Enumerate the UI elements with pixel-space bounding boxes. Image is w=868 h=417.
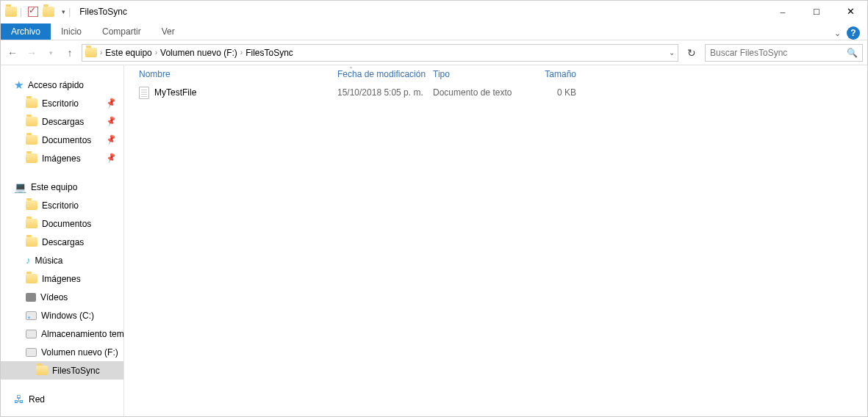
navigation-pane: ★ Acceso rápido Escritorio 📌 Descargas 📌… [1, 65, 124, 416]
column-name[interactable]: Nombre [139, 69, 337, 79]
pc-icon: 💻 [14, 181, 26, 193]
tab-home[interactable]: Inicio [51, 23, 92, 40]
forward-button[interactable]: → [24, 46, 39, 60]
tab-view[interactable]: Ver [151, 23, 185, 40]
breadcrumb-sep-icon[interactable]: › [155, 48, 157, 57]
titlebar-separator: | [68, 7, 71, 17]
sidebar-label: Música [35, 255, 63, 266]
file-date: 15/10/2018 5:05 p. m. [337, 87, 433, 98]
pin-icon: 📌 [104, 152, 118, 164]
sidebar-item-filestosync[interactable]: FilesToSync [1, 361, 123, 380]
qat-newfolder-icon[interactable] [43, 7, 54, 17]
titlebar: | ▾ | FilesToSync – □ ✕ [1, 1, 867, 23]
file-type: Documento de texto [433, 87, 525, 98]
folder-icon [26, 200, 37, 210]
sidebar-item-drive-c[interactable]: Windows (C:) [1, 306, 123, 324]
tab-file[interactable]: Archivo [1, 23, 51, 40]
disk-icon [26, 330, 37, 338]
file-size: 0 KB [525, 87, 576, 98]
ribbon-expand-icon[interactable]: ⌄ [834, 29, 841, 38]
quick-access-toolbar: ▾ [28, 7, 65, 17]
column-headers: Nombre ⌃ Fecha de modificación Tipo Tama… [124, 65, 867, 83]
column-size[interactable]: Tamaño [525, 69, 576, 79]
pin-icon: 📌 [104, 134, 118, 146]
folder-icon [26, 274, 37, 283]
sidebar-label: Imágenes [42, 274, 81, 284]
file-row[interactable]: MyTestFile 15/10/2018 5:05 p. m. Documen… [124, 83, 867, 102]
sidebar-label: Este equipo [31, 182, 77, 192]
breadcrumb[interactable]: FilesToSync [245, 48, 293, 58]
sidebar-label: Documentos [42, 135, 91, 145]
sidebar-item-pictures[interactable]: Imágenes 📌 [1, 149, 123, 167]
sidebar-item-drive-f[interactable]: Volumen nuevo (F:) [1, 343, 123, 361]
folder-icon [26, 135, 37, 145]
sidebar-label: Vídeos [40, 292, 68, 302]
sidebar-item-documents[interactable]: Documentos [1, 214, 123, 233]
sidebar-network[interactable]: 🖧 Red [1, 390, 123, 408]
qat-properties-icon[interactable] [28, 7, 38, 17]
folder-icon [26, 153, 37, 163]
refresh-button[interactable]: ↻ [683, 44, 700, 62]
back-button[interactable]: ← [5, 46, 20, 60]
folder-icon [26, 98, 37, 108]
qat-dropdown-icon[interactable]: ▾ [62, 8, 65, 15]
sidebar-item-music[interactable]: ♪Música [1, 251, 123, 269]
disk-icon [26, 348, 37, 357]
address-folder-icon [85, 48, 97, 57]
sidebar-label: Escritorio [42, 98, 79, 109]
sidebar-label: Acceso rápido [28, 80, 84, 90]
column-type[interactable]: Tipo [433, 69, 525, 79]
address-dropdown-icon[interactable]: ⌄ [669, 48, 675, 57]
file-list-pane: Nombre ⌃ Fecha de modificación Tipo Tama… [124, 65, 867, 416]
sidebar-quick-access[interactable]: ★ Acceso rápido [1, 76, 123, 94]
quick-access-icon: ★ [14, 79, 24, 92]
minimize-button[interactable]: – [766, 1, 800, 23]
pin-icon: 📌 [104, 115, 118, 128]
help-button[interactable]: ? [847, 26, 860, 40]
sidebar-label: Descargas [42, 237, 84, 247]
sidebar-label: FilesToSync [52, 366, 100, 376]
window-title: FilesToSync [79, 7, 127, 17]
search-icon[interactable]: 🔍 [847, 48, 858, 58]
sidebar-item-desktop[interactable]: Escritorio [1, 196, 123, 214]
video-icon [26, 293, 36, 302]
breadcrumb[interactable]: Volumen nuevo (F:) [160, 48, 237, 58]
folder-icon [26, 237, 37, 247]
file-name-cell: MyTestFile [139, 87, 337, 99]
maximize-button[interactable]: □ [800, 1, 833, 23]
search-input[interactable] [710, 48, 847, 58]
sidebar-this-pc[interactable]: 💻 Este equipo [1, 178, 123, 196]
sidebar-label: Windows (C:) [41, 311, 94, 321]
titlebar-separator: | [20, 7, 22, 17]
breadcrumb-sep-icon[interactable]: › [240, 48, 243, 57]
sidebar-item-pictures[interactable]: Imágenes [1, 269, 123, 288]
sidebar-item-downloads[interactable]: Descargas 📌 [1, 112, 123, 131]
folder-icon [26, 219, 37, 228]
recent-dropdown[interactable]: ▾ [43, 46, 58, 60]
music-icon: ♪ [26, 255, 31, 266]
sidebar-item-documents[interactable]: Documentos 📌 [1, 131, 123, 149]
ribbon-tabs: Archivo Inicio Compartir Ver ⌄ ? [1, 23, 867, 40]
breadcrumb[interactable]: Este equipo [105, 48, 151, 58]
sidebar-item-desktop[interactable]: Escritorio 📌 [1, 94, 123, 112]
sidebar-item-downloads[interactable]: Descargas [1, 233, 123, 251]
search-box[interactable]: 🔍 [705, 44, 863, 62]
address-bar[interactable]: › Este equipo › Volumen nuevo (F:) › Fil… [82, 44, 678, 62]
sidebar-label: Escritorio [42, 200, 79, 211]
sidebar-label: Documentos [42, 219, 91, 229]
breadcrumb-sep-icon[interactable]: › [100, 48, 102, 57]
sidebar-item-tempstorage[interactable]: Almacenamiento temporal [1, 324, 123, 343]
up-button[interactable]: ↑ [62, 46, 77, 60]
sidebar-label: Imágenes [42, 153, 81, 164]
sidebar-label: Red [29, 394, 45, 405]
sidebar-label: Almacenamiento temporal [41, 329, 124, 339]
network-icon: 🖧 [14, 394, 24, 405]
disk-icon [26, 311, 37, 320]
sidebar-label: Descargas [42, 117, 84, 127]
text-file-icon [139, 87, 149, 99]
sort-indicator-icon: ⌃ [348, 66, 354, 73]
sidebar-item-videos[interactable]: Vídeos [1, 288, 123, 306]
folder-icon [26, 117, 37, 126]
tab-share[interactable]: Compartir [92, 23, 151, 40]
close-button[interactable]: ✕ [833, 1, 867, 23]
